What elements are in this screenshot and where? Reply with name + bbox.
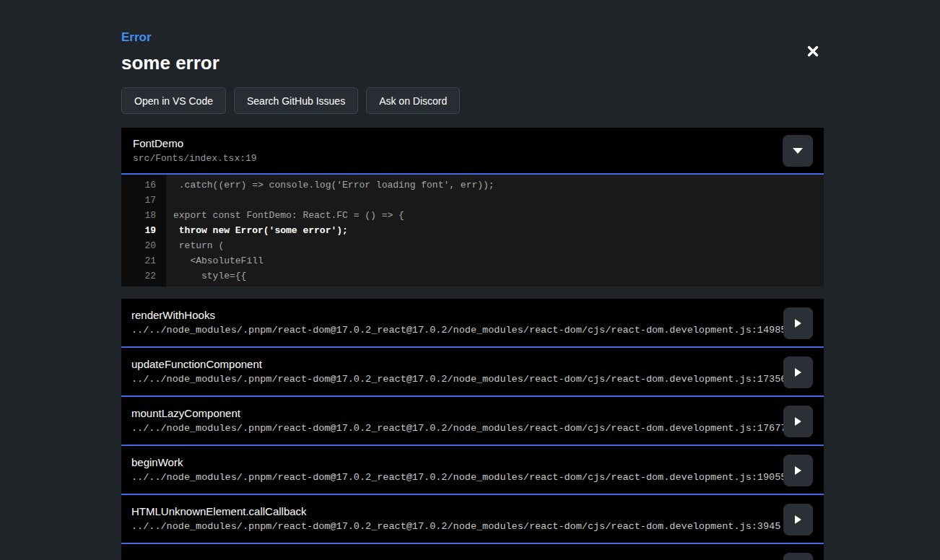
- close-overlay-button[interactable]: [802, 40, 824, 62]
- code-text: .catch((err) => console.log('Error loadi…: [166, 178, 495, 193]
- open-stack-frame-button[interactable]: [783, 553, 813, 560]
- error-overlay: Error some error Open in VS CodeSearch G…: [121, 0, 824, 560]
- open-stack-frame-button[interactable]: [783, 307, 813, 339]
- line-number: 17: [121, 193, 166, 208]
- code-line: 19 throw new Error('some error');: [121, 223, 824, 238]
- code-text: export const FontDemo: React.FC = () => …: [166, 208, 404, 223]
- close-icon: [806, 45, 819, 58]
- code-line: 20 return (: [121, 238, 824, 253]
- chevron-down-icon: [793, 148, 803, 154]
- stack-frame-row: renderWithHooks ../../node_modules/.pnpm…: [121, 299, 824, 348]
- stack-frame-text: beginWork ../../node_modules/.pnpm/react…: [131, 455, 773, 484]
- stack-frame-path: ../../node_modules/.pnpm/react-dom@17.0.…: [131, 373, 773, 385]
- code-line: 22 style={{: [121, 268, 824, 284]
- stack-frame-text: updateFunctionComponent ../../node_modul…: [131, 357, 773, 385]
- play-icon: [795, 466, 801, 475]
- open-stack-frame-button[interactable]: [783, 406, 813, 437]
- stack-frame-path: ../../node_modules/.pnpm/react-dom@17.0.…: [131, 520, 773, 533]
- stack-frame-path: ../../node_modules/.pnpm/react-dom@17.0.…: [131, 324, 773, 336]
- code-text: <AbsoluteFill: [166, 253, 264, 268]
- code-line: 16 .catch((err) => console.log('Error lo…: [121, 178, 824, 193]
- code-snippet: 16 .catch((err) => console.log('Error lo…: [121, 175, 824, 286]
- code-frame-header: FontDemo src/Fonts/index.tsx:19: [121, 128, 824, 173]
- play-icon: [795, 417, 801, 426]
- error-message: some error: [121, 52, 824, 74]
- stack-frame-text: renderWithHooks ../../node_modules/.pnpm…: [131, 308, 773, 336]
- line-number: 22: [121, 268, 166, 284]
- stack-frame-function: beginWork: [131, 455, 773, 469]
- action-button[interactable]: Ask on Discord: [366, 87, 460, 114]
- line-number: 19: [121, 223, 166, 238]
- open-stack-frame-button[interactable]: [783, 504, 813, 535]
- play-icon: [795, 319, 801, 328]
- line-number: 16: [121, 178, 166, 193]
- stack-frame-row: beginWork ../../node_modules/.pnpm/react…: [121, 446, 824, 495]
- open-stack-frame-button[interactable]: [783, 455, 813, 486]
- code-text: [166, 193, 173, 208]
- stack-frame-row: mountLazyComponent ../../node_modules/.p…: [121, 397, 824, 446]
- stack-frame-function: updateFunctionComponent: [131, 357, 773, 371]
- line-number: 18: [121, 208, 166, 223]
- play-icon: [795, 368, 801, 377]
- code-frame: FontDemo src/Fonts/index.tsx:19 16 .catc…: [121, 128, 824, 286]
- error-kind-label: Error: [121, 30, 824, 45]
- line-number: 21: [121, 253, 166, 268]
- action-buttons: Open in VS CodeSearch GitHub IssuesAsk o…: [121, 87, 824, 114]
- code-line: 21 <AbsoluteFill: [121, 253, 824, 268]
- stack-frame-function: renderWithHooks: [131, 308, 773, 322]
- stack-frame-path: ../../node_modules/.pnpm/react-dom@17.0.…: [131, 422, 773, 434]
- code-line: 17: [121, 193, 824, 208]
- action-button[interactable]: Open in VS Code: [121, 87, 226, 114]
- stack-frame-function: mountLazyComponent: [131, 406, 773, 420]
- code-frame-title: FontDemo: [133, 136, 257, 150]
- code-text: style={{: [166, 268, 246, 284]
- open-stack-frame-button[interactable]: [783, 356, 813, 388]
- action-button[interactable]: Search GitHub Issues: [234, 87, 358, 114]
- code-text: throw new Error('some error');: [166, 223, 348, 238]
- stack-frame-row: updateFunctionComponent ../../node_modul…: [121, 348, 824, 397]
- play-icon: [795, 515, 801, 524]
- code-frame-location: src/Fonts/index.tsx:19: [133, 152, 257, 165]
- stack-frame-text: HTMLUnknownElement.callCallback ../../no…: [131, 504, 773, 533]
- code-line: 18 export const FontDemo: React.FC = () …: [121, 208, 824, 223]
- line-number: 20: [121, 238, 166, 253]
- stack-frame-path: ../../node_modules/.pnpm/react-dom@17.0.…: [131, 471, 773, 484]
- code-frame-titles: FontDemo src/Fonts/index.tsx:19: [133, 136, 257, 165]
- stack-frame-row: [121, 544, 824, 560]
- stack-frame-function: HTMLUnknownElement.callCallback: [131, 504, 773, 518]
- stack-frame-row: HTMLUnknownElement.callCallback ../../no…: [121, 495, 824, 544]
- code-text: return (: [166, 238, 224, 253]
- stack-frame-text: mountLazyComponent ../../node_modules/.p…: [131, 406, 773, 434]
- collapse-code-frame-button[interactable]: [783, 135, 813, 167]
- stack-trace-list: renderWithHooks ../../node_modules/.pnpm…: [121, 299, 824, 560]
